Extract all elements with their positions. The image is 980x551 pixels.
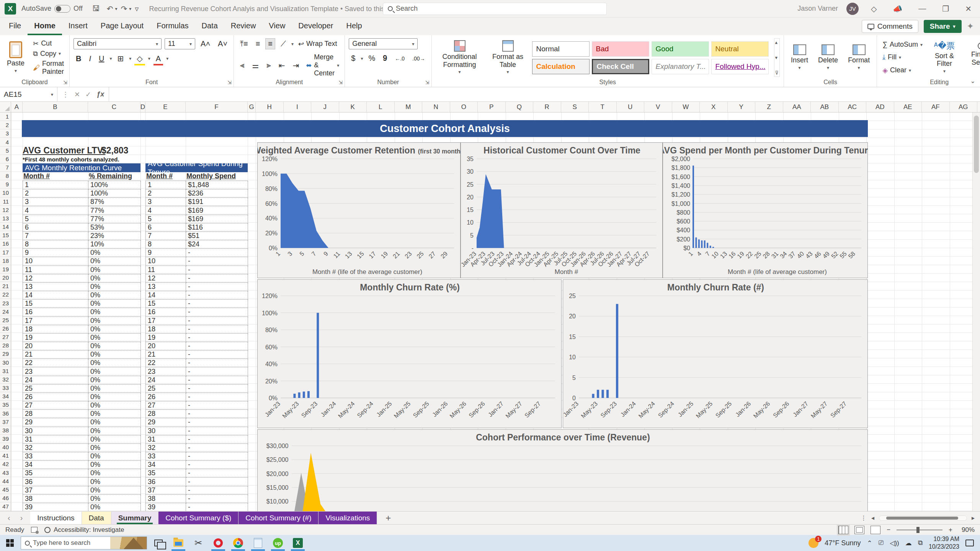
spend-table-cell[interactable]: - bbox=[186, 469, 248, 478]
spend-table-cell[interactable]: 34 bbox=[146, 461, 186, 469]
row-header-5[interactable]: 5 bbox=[0, 147, 11, 155]
spend-table-cell[interactable]: - bbox=[186, 334, 248, 342]
spend-table-cell[interactable]: - bbox=[186, 367, 248, 376]
retention-table-cell[interactable]: 18 bbox=[23, 325, 88, 334]
retention-table-cell[interactable]: 21 bbox=[23, 350, 88, 359]
retention-table-cell[interactable]: 8 bbox=[23, 240, 88, 249]
sheet-tab-visualizations[interactable]: Visualizations bbox=[318, 512, 377, 524]
chart-monthly-churn-rate-count[interactable]: 0510152025Jan-23May-23Sep-23Jan-24May-24… bbox=[563, 279, 868, 428]
spend-table-cell[interactable]: - bbox=[186, 291, 248, 300]
fill-caret-icon[interactable]: ▾ bbox=[148, 56, 150, 61]
row-header-12[interactable]: 12 bbox=[0, 206, 11, 214]
megaphone-icon[interactable]: 📣 bbox=[889, 4, 906, 13]
spend-table-cell[interactable]: - bbox=[186, 308, 248, 316]
accessibility-status[interactable]: Accessibility: Investigate bbox=[44, 526, 124, 534]
notepad-button[interactable] bbox=[250, 535, 266, 551]
comma-style-icon[interactable]: 𝟗 bbox=[381, 53, 389, 64]
orientation-icon[interactable]: ⟋ bbox=[278, 39, 288, 49]
tab-help[interactable]: Help bbox=[340, 18, 369, 35]
network-icon[interactable]: ⧉ bbox=[918, 539, 923, 547]
retention-table-cell[interactable]: 9 bbox=[23, 249, 88, 257]
column-header-H[interactable]: H bbox=[256, 102, 284, 112]
styles-scroll-down-icon[interactable]: ▾ bbox=[775, 55, 779, 60]
spend-table-cell[interactable]: - bbox=[186, 385, 248, 393]
row-header-6[interactable]: 6 bbox=[0, 155, 11, 163]
retention-table-cell[interactable]: 20 bbox=[23, 342, 88, 350]
style-good[interactable]: Good bbox=[652, 41, 709, 57]
spend-table-cell[interactable]: 11 bbox=[146, 266, 186, 274]
column-header-AF[interactable]: AF bbox=[922, 102, 950, 112]
retention-table-cell[interactable]: 0% bbox=[88, 274, 141, 283]
save-button[interactable]: 🖫 bbox=[89, 4, 103, 13]
spend-table-cell[interactable]: 39 bbox=[146, 503, 186, 511]
retention-table-cell[interactable]: 0% bbox=[88, 342, 141, 350]
decrease-indent-icon[interactable]: ⇤ bbox=[276, 60, 287, 71]
spend-table-cell[interactable]: $169 bbox=[186, 215, 248, 223]
row-header-10[interactable]: 10 bbox=[0, 189, 11, 197]
spend-table-cell[interactable]: - bbox=[186, 461, 248, 469]
retention-table-cell[interactable]: 38 bbox=[23, 495, 88, 503]
column-header-AA[interactable]: AA bbox=[783, 102, 811, 112]
hscroll-left-icon[interactable]: ◂ bbox=[871, 514, 874, 522]
opera-button[interactable] bbox=[210, 535, 227, 551]
spend-table-cell[interactable]: - bbox=[186, 342, 248, 350]
retention-table-cell[interactable]: 0% bbox=[88, 393, 141, 401]
tab-data[interactable]: Data bbox=[195, 18, 224, 35]
retention-table-cell[interactable]: 33 bbox=[23, 452, 88, 461]
column-header-AB[interactable]: AB bbox=[811, 102, 839, 112]
chart-weighted-average-retention[interactable]: 0%20%40%60%80%100%120%135791113151719212… bbox=[257, 142, 461, 278]
column-header-S[interactable]: S bbox=[561, 102, 589, 112]
spend-table-cell[interactable]: 36 bbox=[146, 478, 186, 486]
retention-table-cell[interactable]: 0% bbox=[88, 427, 141, 435]
retention-table-cell[interactable]: 0% bbox=[88, 367, 141, 376]
chart-cohort-performance-revenue[interactable]: $0$5,000$10,000$15,000$20,000$25,000$30,… bbox=[257, 429, 868, 511]
borders-caret-icon[interactable]: ▾ bbox=[129, 56, 131, 61]
spend-table-cell[interactable]: 38 bbox=[146, 495, 186, 503]
row-header-46[interactable]: 46 bbox=[0, 494, 11, 502]
row-header-13[interactable]: 13 bbox=[0, 214, 11, 223]
column-header-Q[interactable]: Q bbox=[506, 102, 534, 112]
enter-formula-icon[interactable]: ✓ bbox=[85, 90, 91, 99]
start-button[interactable] bbox=[2, 535, 18, 551]
minimize-button[interactable]: — bbox=[915, 4, 930, 13]
sheet-tab-instructions[interactable]: Instructions bbox=[30, 512, 82, 524]
column-header-O[interactable]: O bbox=[450, 102, 478, 112]
autosave-toggle[interactable]: AutoSave Off bbox=[21, 5, 83, 13]
horizontal-scrollbar-thumb[interactable] bbox=[886, 517, 958, 520]
comments-button[interactable]: Comments bbox=[862, 20, 918, 33]
wrap-text-button[interactable]: ↩Wrap Text bbox=[297, 39, 338, 49]
row-header-15[interactable]: 15 bbox=[0, 231, 11, 240]
spend-table-cell[interactable]: - bbox=[186, 410, 248, 418]
retention-table-cell[interactable]: 12 bbox=[23, 274, 88, 283]
spend-table-cell[interactable]: - bbox=[186, 283, 248, 291]
chart-monthly-churn-rate-pct[interactable]: 0%20%40%60%80%100%120%Jan-23May-23Sep-23… bbox=[257, 279, 562, 428]
column-header-G[interactable]: G bbox=[248, 102, 256, 112]
retention-table-cell[interactable]: 0% bbox=[88, 401, 141, 410]
retention-table-cell[interactable]: 10% bbox=[88, 240, 141, 249]
number-format-select[interactable]: General▾ bbox=[349, 38, 418, 49]
font-size-select[interactable]: 11▾ bbox=[165, 38, 195, 49]
retention-table-cell[interactable]: 0% bbox=[88, 452, 141, 461]
row-header-35[interactable]: 35 bbox=[0, 401, 11, 409]
row-header-19[interactable]: 19 bbox=[0, 265, 11, 274]
spend-table-cell[interactable]: 31 bbox=[146, 435, 186, 444]
retention-table-cell[interactable]: 6 bbox=[23, 223, 88, 232]
column-header-C[interactable]: C bbox=[88, 102, 140, 112]
sheet-tab-data[interactable]: Data bbox=[82, 512, 111, 524]
retention-table-cell[interactable]: 31 bbox=[23, 435, 88, 444]
conditional-formatting-button[interactable]: Conditional Formatting▾ bbox=[436, 38, 484, 77]
retention-table-cell[interactable]: 0% bbox=[88, 257, 141, 266]
spend-table-cell[interactable]: 27 bbox=[146, 401, 186, 410]
zoom-percentage[interactable]: 90% bbox=[959, 526, 975, 534]
retention-table-cell[interactable]: 7 bbox=[23, 232, 88, 240]
format-cells-button[interactable]: Format▾ bbox=[845, 38, 873, 77]
column-header-D[interactable]: D bbox=[140, 102, 145, 112]
spend-table-cell[interactable]: - bbox=[186, 376, 248, 385]
decrease-font-icon[interactable]: A˅ bbox=[216, 39, 230, 49]
spend-table-cell[interactable]: - bbox=[186, 274, 248, 283]
borders-icon[interactable]: ⊞ bbox=[115, 53, 126, 64]
styles-scroll-up-icon[interactable]: ▴ bbox=[775, 39, 779, 45]
column-header-K[interactable]: K bbox=[339, 102, 367, 112]
spend-table-cell[interactable]: 23 bbox=[146, 367, 186, 376]
retention-table-cell[interactable]: 5 bbox=[23, 215, 88, 223]
